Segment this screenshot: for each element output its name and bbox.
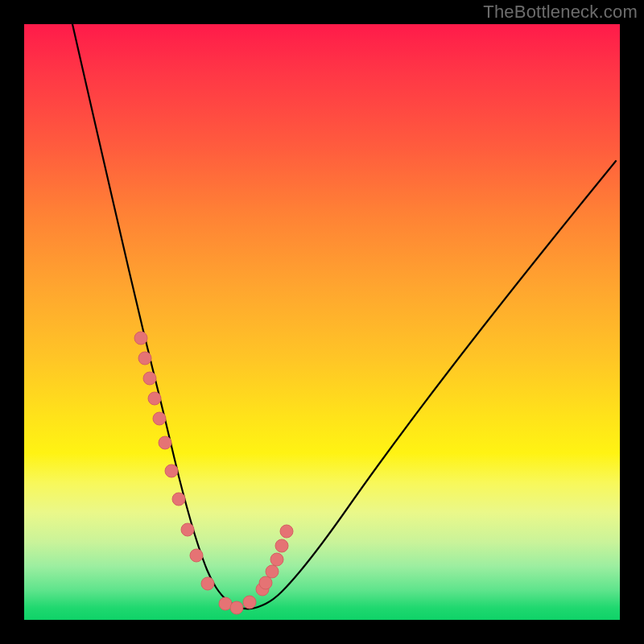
highlighted-points-group bbox=[134, 332, 293, 614]
chart-frame: TheBottleneck.com bbox=[0, 0, 644, 644]
highlight-dot bbox=[266, 565, 279, 578]
highlight-dot bbox=[230, 601, 243, 614]
highlight-dot bbox=[172, 493, 185, 506]
highlight-dot bbox=[270, 553, 283, 566]
highlight-dot bbox=[190, 549, 203, 562]
plot-area bbox=[24, 24, 620, 620]
curve-svg bbox=[24, 24, 620, 620]
highlight-dot bbox=[138, 352, 151, 365]
highlight-dot bbox=[143, 372, 156, 385]
highlight-dot bbox=[275, 539, 288, 552]
highlight-dot bbox=[159, 436, 171, 449]
watermark-text: TheBottleneck.com bbox=[483, 2, 638, 23]
highlight-dot bbox=[153, 412, 166, 425]
highlight-dot bbox=[134, 332, 147, 345]
highlight-dot bbox=[243, 596, 256, 609]
highlight-dot bbox=[148, 392, 161, 405]
highlight-dot bbox=[201, 577, 214, 590]
highlight-dot bbox=[165, 464, 178, 477]
highlight-dot bbox=[280, 525, 293, 538]
bottleneck-curve bbox=[72, 24, 616, 609]
highlight-dot bbox=[181, 523, 194, 536]
highlight-dot bbox=[259, 576, 272, 589]
